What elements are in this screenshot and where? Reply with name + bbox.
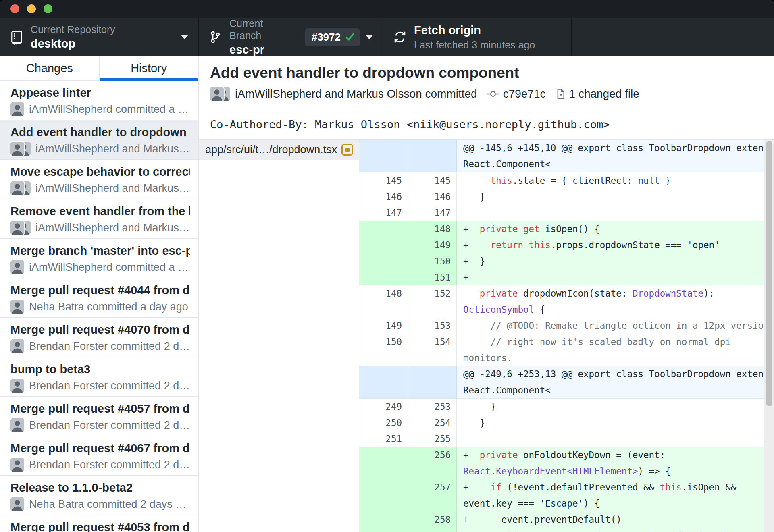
pull-request-number: #3972 — [312, 31, 341, 44]
new-line-number: 149 — [408, 237, 457, 253]
app-window: Current Repository desktop Current Branc… — [0, 0, 774, 532]
old-line-number: 251 — [359, 431, 408, 447]
diff-code-line: } — [457, 415, 774, 431]
commit-author-avatars — [210, 87, 230, 101]
commit-list-item[interactable]: Release to 1.1.0-beta2Neha Batra committ… — [0, 476, 198, 515]
new-line-number: 258 — [408, 511, 457, 528]
new-line-number: 255 — [408, 431, 457, 447]
changed-files-count: 1 changed file — [569, 87, 639, 100]
diff-code-line: @@ -249,6 +253,13 @@ export class Toolba… — [457, 366, 774, 398]
commit-list-item[interactable]: bump to beta3Brendan Forster committed 2… — [0, 357, 198, 397]
file-list-item[interactable]: app/src/ui/t…/dropdown.tsx — [199, 140, 359, 160]
avatar — [10, 300, 24, 314]
branch-name: esc-pr — [229, 43, 296, 57]
commit-list-item[interactable]: Move escape behavior to correct co…iAmWi… — [0, 160, 198, 199]
new-line-number: 150 — [408, 253, 457, 269]
avatar — [10, 418, 24, 432]
diff-code-line: + if (!event.defaultPrevented && this.is… — [457, 479, 774, 511]
scrollbar-thumb[interactable] — [766, 141, 772, 406]
new-line-number: 254 — [408, 415, 457, 431]
diff-code-line — [457, 431, 774, 447]
commit-list-item[interactable]: Merge pull request #4057 from desk..Bren… — [0, 397, 198, 436]
fetch-title: Fetch origin — [414, 23, 535, 37]
repo-icon — [9, 29, 24, 45]
commit-list-item-title: Remove event handler from the bran… — [10, 205, 190, 218]
minimize-window-button[interactable] — [27, 4, 36, 13]
commit-author-avatars — [10, 181, 31, 195]
new-line-number: 154 — [408, 334, 457, 366]
commit-list-item[interactable]: Add event handler to dropdown com…iAmWil… — [0, 120, 198, 160]
diff-code-line: this.state = { clientRect: null } — [457, 172, 774, 189]
old-line-number: 145 — [359, 172, 408, 189]
diff-row-ctx: 147147 — [359, 205, 774, 221]
commit-list-item[interactable]: Merge branch 'master' into esc-priAmWill… — [0, 239, 198, 278]
diff-code-line: @@ -145,6 +145,10 @@ export class Toolba… — [457, 140, 774, 172]
toolbar: Current Repository desktop Current Branc… — [0, 18, 774, 56]
commit-author-avatars — [10, 221, 31, 235]
commit-list-item-title: Release to 1.1.0-beta2 — [10, 481, 190, 494]
diff-code-line: + return this.props.dropdownState === 'o… — [457, 237, 774, 253]
commit-history-list: Appease linteriAmWillShepherd committed … — [0, 81, 198, 532]
git-branch-icon — [208, 29, 223, 45]
main-panel: Add event handler to dropdown component … — [199, 56, 774, 532]
commit-list-item[interactable]: Remove event handler from the bran…iAmWi… — [0, 199, 198, 239]
new-line-number — [408, 140, 457, 172]
diff-view: @@ -145,6 +145,10 @@ export class Toolba… — [359, 140, 774, 532]
diff-row-add: 257+ if (!event.defaultPrevented && this… — [359, 479, 774, 511]
commit-list-item[interactable]: Appease linteriAmWillShepherd committed … — [0, 81, 198, 120]
diff-row-add: 259+ this.props.onDropdownStateChanged('… — [359, 528, 774, 532]
diff-code-line: + private get isOpen() { — [457, 221, 774, 237]
avatar — [10, 221, 24, 235]
repository-label: Current Repository — [31, 23, 115, 35]
commit-list-item-meta: iAmWillShepherd and Markus Olsson… — [10, 221, 190, 235]
branch-picker-button[interactable]: Current Branch esc-pr #3972 — [199, 18, 383, 56]
chevron-down-icon — [181, 35, 188, 39]
commit-author-avatars — [10, 300, 24, 314]
old-line-number — [359, 140, 408, 172]
avatar — [10, 142, 24, 156]
commit-list-item-title: Merge branch 'master' into esc-pr — [10, 244, 190, 257]
commit-author-text: Brendan Forster committed 2 days ago — [29, 380, 190, 392]
diff-row-add: 149+ return this.props.dropdownState ===… — [359, 237, 774, 253]
tab-history[interactable]: History — [100, 56, 199, 80]
zoom-window-button[interactable] — [44, 4, 52, 13]
old-line-number: 148 — [359, 285, 408, 318]
sync-icon — [392, 29, 408, 45]
commit-list-item[interactable]: Merge pull request #4044 from des…Neha B… — [0, 278, 198, 318]
commit-list-item-title: bump to beta3 — [10, 363, 190, 376]
diff-row-add: 151+ — [359, 269, 774, 285]
check-icon — [345, 32, 355, 42]
diff-row-add: 150+ } — [359, 253, 774, 269]
diff-code-line: private dropdownIcon(state: DropdownStat… — [457, 285, 774, 318]
old-line-number: 250 — [359, 415, 408, 431]
commit-list-item-title: Merge pull request #4057 from desk.. — [10, 402, 190, 415]
git-commit-icon — [486, 89, 500, 99]
changed-file-icon — [555, 87, 566, 100]
tab-changes[interactable]: Changes — [0, 56, 100, 80]
commit-list-item[interactable]: Merge pull request #4067 from desk..Bren… — [0, 436, 198, 476]
commit-author-text: iAmWillShepherd committed a day ago — [29, 261, 190, 274]
file-path: app/src/ui/t…/dropdown.tsx — [205, 143, 341, 156]
new-line-number: 256 — [408, 447, 457, 479]
avatar — [10, 339, 24, 353]
commit-list-item-meta: iAmWillShepherd committed a day ago — [10, 102, 190, 116]
close-window-button[interactable] — [10, 4, 19, 13]
diff-code-line — [457, 205, 774, 221]
commit-list-item-title: Add event handler to dropdown com… — [10, 126, 190, 139]
commit-list-item-meta: Brendan Forster committed 2 days ago — [10, 339, 190, 353]
diff-code-line: // @TODO: Remake triangle octicon in a 1… — [457, 318, 774, 334]
commit-list-item[interactable]: Merge pull request #4053 from des… — [0, 515, 198, 532]
diff-row-ctx: 145145 this.state = { clientRect: null } — [359, 172, 774, 189]
branch-label: Current Branch — [229, 17, 296, 42]
old-line-number: 147 — [359, 205, 408, 221]
old-line-number — [359, 237, 408, 253]
commit-author-avatars — [10, 102, 24, 116]
diff-row-ctx: 250254 } — [359, 415, 774, 431]
repository-picker-button[interactable]: Current Repository desktop — [0, 18, 199, 56]
commit-list-item-meta: Brendan Forster committed 2 days ago — [10, 418, 190, 432]
commit-list-item[interactable]: Merge pull request #4070 from desk..Bren… — [0, 318, 198, 357]
repository-picker-text: Current Repository desktop — [31, 23, 115, 51]
fetch-origin-text: Fetch origin Last fetched 3 minutes ago — [414, 23, 535, 51]
avatar — [10, 458, 24, 472]
fetch-origin-button[interactable]: Fetch origin Last fetched 3 minutes ago — [383, 18, 572, 56]
